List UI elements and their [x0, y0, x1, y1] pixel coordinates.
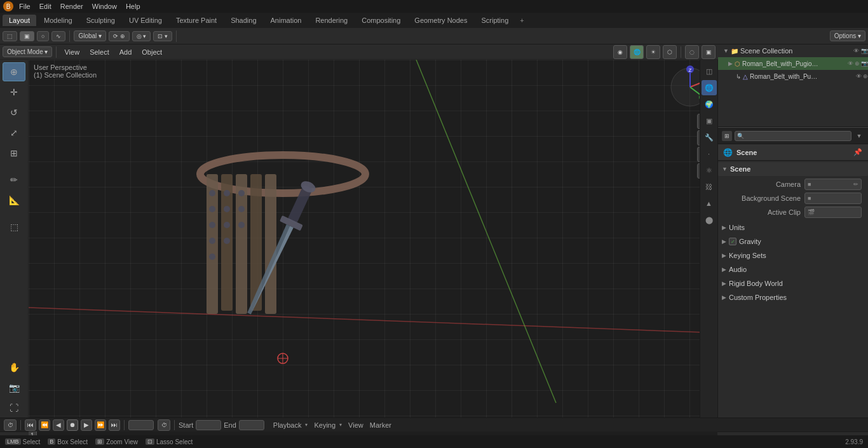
outliner-scene-collection[interactable]: ▼ 📁 Scene Collection 👁 📷 [718, 44, 868, 57]
play-reverse-btn[interactable]: ◀ [53, 419, 64, 431]
tool-move[interactable]: ✛ [3, 83, 25, 102]
add-workspace-button[interactable]: + [516, 15, 527, 25]
select-menu[interactable]: Select [86, 47, 113, 57]
toolbar-box-select[interactable]: ▣ [20, 31, 34, 41]
belt-child-visibility[interactable]: 👁 [856, 73, 862, 79]
object-mode-select[interactable]: Object Mode ▾ [3, 46, 52, 57]
tab-shading[interactable]: Shading [224, 15, 262, 26]
custom-props-row[interactable]: ▶ Custom Properties [718, 290, 868, 304]
toolbar-circle-select[interactable]: ○ [37, 31, 49, 41]
prop-tab-material[interactable]: ⬤ [702, 212, 717, 227]
prop-tab-modifier[interactable]: 🔧 [702, 130, 717, 145]
properties-search[interactable] [735, 131, 851, 141]
prop-tab-world[interactable]: 🌍 [702, 97, 717, 112]
timeline-mode-btn[interactable]: ⏱ [4, 419, 17, 431]
prop-tab-particles[interactable]: · [702, 146, 717, 161]
step-back-btn[interactable]: ⏪ [39, 419, 50, 431]
units-row[interactable]: ▶ Units [718, 221, 868, 234]
jump-start-btn[interactable]: ⏮ [25, 419, 36, 431]
menu-edit[interactable]: Edit [36, 2, 55, 11]
outliner-render-icon[interactable]: 📷 [861, 48, 868, 54]
viewport-shading-material[interactable]: 🌐 [630, 45, 644, 59]
menu-render[interactable]: Render [57, 2, 87, 11]
tool-hand[interactable]: ✋ [3, 358, 25, 377]
outliner-visibility-icon[interactable]: 👁 [853, 48, 859, 54]
keying-sets-row[interactable]: ▶ Keying Sets [718, 248, 868, 262]
view-menu-timeline[interactable]: View [348, 421, 363, 429]
viewport-shading-wireframe[interactable]: ⬡ [663, 45, 677, 59]
tool-cursor[interactable]: ⊕ [3, 62, 25, 81]
tab-rendering[interactable]: Rendering [309, 15, 354, 26]
stop-btn[interactable]: ⏺ [67, 419, 78, 431]
toolbar-lasso-select[interactable]: ∿ [51, 31, 65, 41]
toolbar-transform[interactable]: ⟳ ⊕ [109, 31, 130, 41]
audio-row[interactable]: ▶ Audio [718, 262, 868, 276]
props-filter-btn[interactable]: ⊞ [722, 131, 732, 141]
tool-bookmark[interactable]: ⛶ [3, 398, 25, 417]
add-menu[interactable]: Add [116, 47, 136, 57]
menu-window[interactable]: Window [88, 2, 121, 11]
outliner-item-belt[interactable]: ▶ ⬡ Roman_Belt_with_Pugio_Dag 👁 ⊕ 📷 [718, 57, 868, 70]
gravity-row[interactable]: ▶ Gravity [718, 234, 868, 248]
tool-scale[interactable]: ⤢ [3, 123, 25, 142]
camera-value[interactable]: ■ ✏ [804, 179, 862, 190]
tab-geometry-nodes[interactable]: Geometry Nodes [408, 15, 473, 26]
play-btn[interactable]: ▶ [81, 419, 92, 431]
end-frame-input[interactable]: 250 [239, 420, 264, 430]
active-clip-value[interactable]: 🎬 [804, 207, 862, 218]
toolbar-snap[interactable]: ⊡ ▾ [153, 31, 172, 41]
jump-end-btn[interactable]: ⏭ [109, 419, 120, 431]
tool-annotate[interactable]: ✏ [3, 170, 25, 189]
object-menu[interactable]: Object [138, 47, 166, 57]
prop-tab-view-layer[interactable]: ◫ [702, 64, 717, 79]
tab-modeling[interactable]: Modeling [37, 15, 79, 26]
viewport[interactable]: User Perspective (1) Scene Collection X … [29, 60, 717, 417]
belt-render-icon[interactable]: 📷 [861, 60, 868, 67]
scene-props-pin[interactable]: 📌 [853, 147, 863, 158]
tool-measure[interactable]: 📐 [3, 191, 25, 210]
tool-rotate[interactable]: ↺ [3, 103, 25, 122]
view-menu[interactable]: View [60, 47, 83, 57]
toolbar-global-mode[interactable]: Global ▾ [74, 31, 106, 41]
tool-transform[interactable]: ⊞ [3, 144, 25, 163]
belt-child-select[interactable]: ⊕ [863, 73, 868, 79]
tab-compositing[interactable]: Compositing [355, 15, 407, 26]
tool-camera[interactable]: 📷 [3, 378, 25, 397]
belt-visibility-icon[interactable]: 👁 [848, 60, 853, 67]
step-fwd-btn[interactable]: ⏩ [95, 419, 106, 431]
tab-texture-paint[interactable]: Texture Paint [170, 15, 223, 26]
tab-sculpting[interactable]: Sculpting [80, 15, 121, 26]
tool-add-cube[interactable]: ⬚ [3, 217, 25, 236]
marker-menu[interactable]: Marker [370, 421, 391, 429]
overlays-toggle[interactable]: ◌ [685, 45, 699, 59]
toolbar-proportional[interactable]: ◎ ▾ [132, 31, 151, 41]
gravity-checkbox[interactable] [729, 238, 736, 245]
xray-toggle[interactable]: ▣ [702, 45, 715, 59]
toolbar-select-mode[interactable]: ⬚ [3, 31, 17, 41]
belt-select-icon[interactable]: ⊕ [855, 60, 860, 67]
prop-tab-physics[interactable]: ⚛ [702, 163, 717, 178]
toolbar-options-right[interactable]: Options ▾ [830, 31, 865, 41]
rigid-body-row[interactable]: ▶ Rigid Body World [718, 276, 868, 290]
props-expand-btn[interactable]: ▼ [854, 131, 864, 141]
menu-help[interactable]: Help [122, 2, 144, 11]
viewport-shading-solid[interactable]: ◉ [613, 45, 627, 59]
prop-tab-data[interactable]: ▲ [702, 196, 717, 211]
tab-uv-editing[interactable]: UV Editing [123, 15, 168, 26]
viewport-shading-rendered[interactable]: ☀ [646, 45, 660, 59]
background-scene-value[interactable]: ■ [804, 193, 862, 204]
tab-layout[interactable]: Layout [3, 15, 36, 26]
timer-btn[interactable]: ⏱ [158, 419, 170, 431]
current-frame-input[interactable]: 1 [128, 420, 154, 430]
prop-tab-object[interactable]: ▣ [702, 113, 717, 128]
keying-menu[interactable]: Keying [314, 421, 336, 429]
tab-scripting[interactable]: Scripting [475, 15, 515, 26]
tab-animation[interactable]: Animation [264, 15, 308, 26]
outliner-item-belt-child[interactable]: ↳ △ Roman_Belt_with_Pugio_ 👁 ⊕ [718, 70, 868, 83]
prop-tab-constraints[interactable]: ⛓ [702, 179, 717, 194]
start-frame-input[interactable]: 1 [196, 420, 221, 430]
menu-file[interactable]: File [15, 2, 34, 11]
camera-edit-icon[interactable]: ✏ [853, 181, 858, 187]
prop-tab-scene[interactable]: 🌐 [702, 80, 717, 95]
scene-section-collapse[interactable]: ▼ Scene [718, 162, 868, 176]
